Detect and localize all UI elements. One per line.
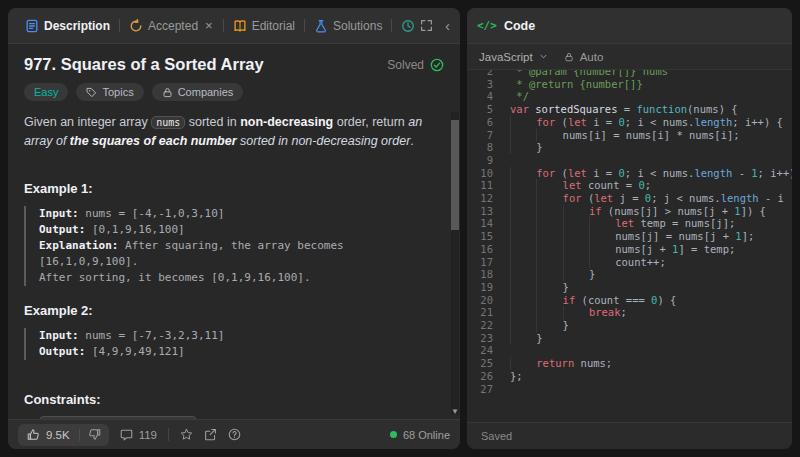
tab-accepted[interactable]: Accepted× [122, 19, 221, 33]
token-kw: break [589, 306, 621, 318]
title-row: 977. Squares of a Sorted Array Solved [24, 55, 444, 74]
indent-guide [510, 243, 536, 256]
collapse-chevron-icon[interactable]: ‹ [445, 18, 450, 33]
line-number: 4 [467, 90, 493, 103]
line-number: 15 [467, 230, 493, 243]
token-kw: return [536, 357, 574, 369]
line-content: }; [493, 370, 523, 383]
expand-icon[interactable] [420, 19, 433, 32]
indent-guide [510, 205, 536, 218]
online-count: 68 Online [403, 429, 450, 441]
auto-toggle[interactable]: Auto [564, 51, 604, 63]
code-line: 9 [467, 154, 792, 167]
example-value: [0,1,9,16,100] [85, 223, 184, 236]
indent-guide [510, 319, 536, 332]
tab-description[interactable]: Description [18, 19, 117, 33]
token-kw: let [594, 192, 613, 204]
code-editor[interactable]: 2 * @param {number[]} nums3 * @return {n… [467, 70, 792, 422]
example-block: Input: nums = [-4,-1,0,3,10]Output: [0,1… [24, 206, 444, 286]
line-content: } [493, 268, 595, 281]
token-pl: j = [613, 192, 645, 204]
example-section: Example 1:Input: nums = [-4,-1,0,3,10]Ou… [24, 181, 444, 286]
tab-submissions[interactable]: Submissions [394, 19, 414, 33]
tab-divider [223, 19, 224, 32]
badge-topics[interactable]: Topics [76, 83, 143, 101]
token-pl: i = [587, 167, 619, 179]
saved-status: Saved [481, 430, 512, 442]
tab-label: Solutions [333, 19, 382, 33]
indent-guide [589, 243, 615, 256]
example-heading: Example 1: [24, 181, 444, 196]
line-content: } [493, 141, 543, 154]
example-label: Input: [39, 207, 79, 220]
solved-status: Solved [387, 55, 444, 72]
code-line: 26}; [467, 370, 792, 383]
indent-guide [563, 217, 589, 230]
star-icon[interactable] [180, 428, 193, 441]
line-content: for (let j = 0; j < nums.length - i - 1;… [493, 192, 792, 205]
tab-solutions[interactable]: Solutions [307, 19, 389, 33]
auto-label: Auto [580, 51, 604, 63]
code-line: 6 for (let i = 0; i < nums.length; i++) … [467, 116, 792, 129]
line-number: 12 [467, 192, 493, 205]
token-pl: (nums[j] > nums[j + [602, 205, 735, 217]
question-circle-icon[interactable] [228, 428, 241, 441]
token-fn: sortedSquares [535, 103, 617, 115]
line-content [493, 154, 516, 167]
token-kw: for [536, 167, 555, 179]
line-content: * @param {number[]} nums [493, 70, 668, 78]
editor-toolbar: JavaScript Auto [467, 44, 792, 70]
indent-guide [536, 319, 562, 332]
code-line: 19 } [467, 281, 792, 294]
scrollbar-thumb[interactable] [451, 120, 459, 230]
language-select[interactable]: JavaScript [479, 51, 548, 63]
token-pl: ]) { [741, 205, 766, 217]
description-scrollbar[interactable] [451, 112, 459, 415]
tab-close-icon[interactable]: × [204, 19, 214, 32]
tab-editorial[interactable]: Editorial [226, 19, 302, 33]
editor-footer: Saved [467, 422, 792, 449]
share-icon[interactable] [204, 428, 217, 441]
token-pl: ( [555, 167, 568, 179]
token-pl: count = [582, 179, 639, 191]
token-pl: ; [621, 306, 627, 318]
badge-label: Companies [178, 86, 234, 98]
indent-guide [563, 243, 589, 256]
language-label: JavaScript [479, 51, 533, 63]
example-value: [4,9,9,49,121] [85, 345, 184, 358]
token-pl: ( [582, 192, 595, 204]
tab-label: Accepted [148, 19, 198, 33]
example-line: Explanation: After squaring, the array b… [39, 238, 444, 270]
token-pl: (count === [575, 294, 651, 306]
example-line: Input: nums = [-7,-3,2,3,11] [39, 328, 444, 344]
token-cmt: * @param {number[]} nums [510, 70, 668, 77]
code-line: 17 count++; [467, 256, 792, 269]
badge-easy[interactable]: Easy [24, 83, 68, 101]
tab-code[interactable]: </> Code [477, 19, 535, 33]
code-line: 25 return nums; [467, 357, 792, 370]
line-number: 26 [467, 370, 493, 383]
indent-guide [510, 332, 536, 345]
example-value: nums = [-4,-1,0,3,10] [79, 207, 225, 220]
code-line: 10 for (let i = 0; i < nums.length - 1; … [467, 167, 792, 180]
code-icon: </> [477, 19, 497, 32]
line-content: let temp = nums[j]; [493, 217, 735, 230]
scroll-down-arrow-icon[interactable]: ▼ [451, 407, 459, 416]
line-number: 10 [467, 167, 493, 180]
token-kw2: function [636, 103, 687, 115]
dislike-button[interactable] [80, 428, 109, 441]
check-circle-icon [430, 58, 444, 72]
line-content: } [493, 319, 569, 332]
token-pl: ; i++) { [758, 167, 792, 179]
token-kw: for [563, 192, 582, 204]
like-button[interactable]: 9.5K [18, 428, 79, 441]
comments-button[interactable]: 119 [120, 428, 157, 441]
indent-guide [510, 306, 536, 319]
code-line: 24 [467, 344, 792, 357]
desc-text: Given an integer array [24, 115, 151, 129]
badge-companies[interactable]: Companies [152, 83, 244, 101]
code-line: 4 */ [467, 90, 792, 103]
tab-divider [119, 19, 120, 32]
token-pl: nums[j] = nums[j + [615, 230, 735, 242]
line-number: 24 [467, 344, 493, 357]
